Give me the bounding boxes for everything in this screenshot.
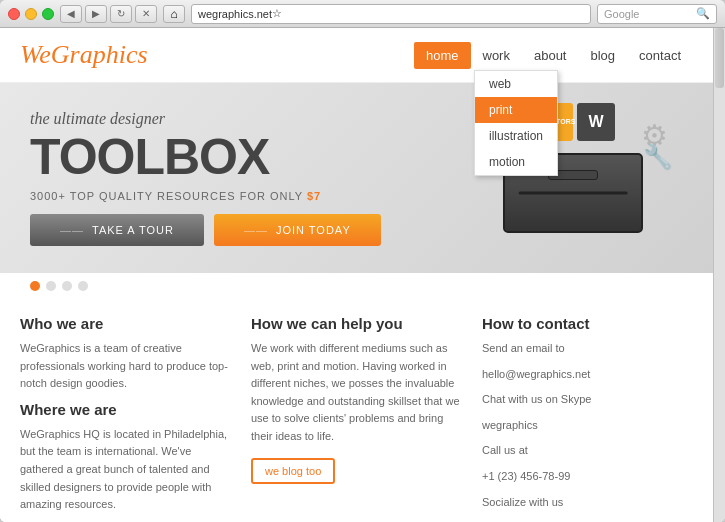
search-bar[interactable]: Google 🔍 <box>597 4 717 24</box>
dropdown-menu: web print illustration motion <box>474 70 558 176</box>
who-title: Who we are <box>20 315 231 332</box>
site-header: WeGraphics home work about blog contact … <box>0 28 713 83</box>
nav-about[interactable]: about <box>522 42 579 69</box>
we-blog-button[interactable]: we blog too <box>251 458 335 484</box>
address-bar[interactable]: wegraphics.net ☆ <box>191 4 591 24</box>
social-label: Socialize with us <box>482 494 693 512</box>
dot-4[interactable] <box>78 281 88 291</box>
browser-content: WeGraphics home work about blog contact … <box>0 28 725 522</box>
nav-contact[interactable]: contact <box>627 42 693 69</box>
call-value: +1 (23) 456-78-99 <box>482 468 693 486</box>
how-we-help-section: How we can help you We work with differe… <box>251 315 462 522</box>
close-button[interactable] <box>8 8 20 20</box>
hero-description: 3000+ TOP QUALITY RESOURCES FOR ONLY $7 <box>30 190 483 202</box>
dot-1[interactable] <box>30 281 40 291</box>
dropdown-print[interactable]: print <box>475 97 557 123</box>
content-grid: Who we are WeGraphics is a team of creat… <box>0 299 713 522</box>
home-button[interactable]: ⌂ <box>163 5 185 23</box>
carousel-dots <box>0 273 713 299</box>
how-title: How we can help you <box>251 315 462 332</box>
hero-left: the ultimate designer TOOLBOX 3000+ TOP … <box>30 110 483 246</box>
reload-button[interactable]: ↻ <box>110 5 132 23</box>
how-p1: We work with different mediums such as w… <box>251 340 462 446</box>
contact-title: How to contact <box>482 315 693 332</box>
website: WeGraphics home work about blog contact … <box>0 28 713 522</box>
where-p: WeGraphics HQ is located in Philadelphia… <box>20 426 231 514</box>
address-text: wegraphics.net <box>198 8 272 20</box>
where-title: Where we are <box>20 401 231 418</box>
dropdown-illustration[interactable]: illustration <box>475 123 557 149</box>
dropdown-menu-wrapper: web print illustration motion <box>474 70 558 176</box>
nav-buttons: ◀ ▶ ↻ ✕ <box>60 5 157 23</box>
traffic-lights <box>8 8 54 20</box>
stop-button[interactable]: ✕ <box>135 5 157 23</box>
hero-price: $7 <box>307 190 321 202</box>
forward-button[interactable]: ▶ <box>85 5 107 23</box>
who-p1: WeGraphics is a team of creative profess… <box>20 340 231 393</box>
nav-home[interactable]: home <box>414 42 471 69</box>
browser-window: ◀ ▶ ↻ ✕ ⌂ wegraphics.net ☆ Google 🔍 WeGr… <box>0 0 725 522</box>
browser-titlebar: ◀ ▶ ↻ ✕ ⌂ wegraphics.net ☆ Google 🔍 <box>0 0 725 28</box>
hero-desc-text: 3000+ TOP QUALITY RESOURCES FOR ONLY <box>30 190 303 202</box>
hero-title: TOOLBOX <box>30 132 483 182</box>
who-we-are-section: Who we are WeGraphics is a team of creat… <box>20 315 231 522</box>
email-value: hello@wegraphics.net <box>482 366 693 384</box>
scrollbar[interactable] <box>713 28 725 522</box>
call-label: Call us at <box>482 442 693 460</box>
dropdown-web[interactable]: web <box>475 71 557 97</box>
scrollbar-thumb[interactable] <box>715 28 724 88</box>
logo: WeGraphics <box>20 40 148 70</box>
contact-section: How to contact Send an email to hello@we… <box>482 315 693 522</box>
take-tour-button[interactable]: TAKE A TOUR <box>30 214 204 246</box>
hero-subtitle: the ultimate designer <box>30 110 483 128</box>
email-label: Send an email to <box>482 340 693 358</box>
search-placeholder: Google <box>604 8 639 20</box>
hero-buttons: TAKE A TOUR JOIN TODAY <box>30 214 483 246</box>
dot-2[interactable] <box>46 281 56 291</box>
minimize-button[interactable] <box>25 8 37 20</box>
hero-banner: the ultimate designer TOOLBOX 3000+ TOP … <box>0 83 713 273</box>
skype-label: Chat with us on Skype <box>482 391 693 409</box>
main-nav: home work about blog contact <box>414 42 693 69</box>
nav-work[interactable]: work <box>471 42 522 69</box>
skype-value: wegraphics <box>482 417 693 435</box>
maximize-button[interactable] <box>42 8 54 20</box>
dot-3[interactable] <box>62 281 72 291</box>
join-today-button[interactable]: JOIN TODAY <box>214 214 381 246</box>
back-button[interactable]: ◀ <box>60 5 82 23</box>
search-icon: 🔍 <box>696 7 710 20</box>
dropdown-motion[interactable]: motion <box>475 149 557 175</box>
star-icon: ☆ <box>272 7 282 20</box>
wordpress-icon: W <box>577 103 615 141</box>
nav-blog[interactable]: blog <box>579 42 628 69</box>
